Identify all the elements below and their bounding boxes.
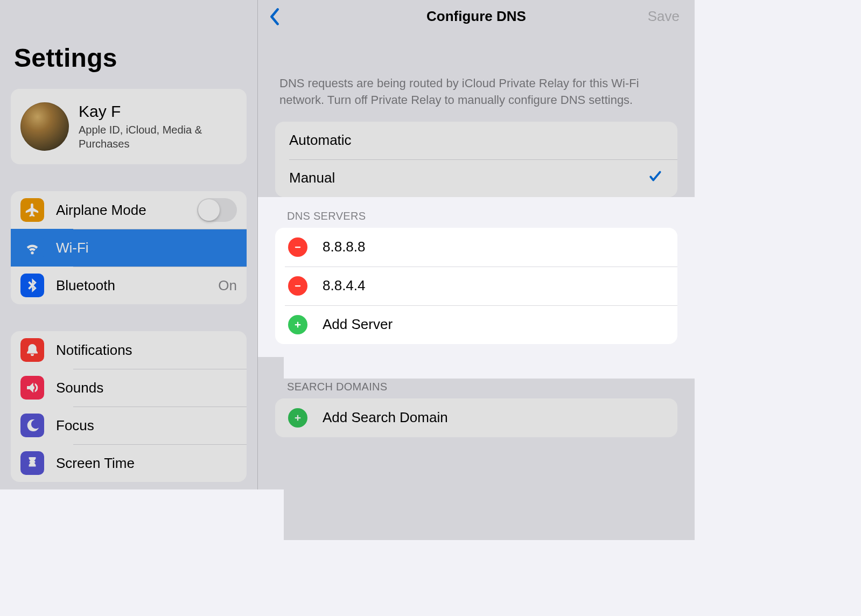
system-group: Notifications Sounds Focus Screen Time	[11, 331, 247, 482]
nav-title: Configure DNS	[426, 8, 526, 25]
bluetooth-value: On	[218, 277, 237, 294]
sounds-icon	[20, 376, 44, 400]
apple-id-subtitle: Apple ID, iCloud, Media & Purchases	[79, 123, 237, 151]
dns-mode-group: Automatic Manual	[275, 122, 677, 197]
navbar: Configure DNS Save	[258, 0, 695, 32]
dns-mode-manual[interactable]: Manual	[275, 159, 677, 197]
sounds-label: Sounds	[56, 380, 237, 396]
add-server-label: Add Server	[323, 316, 393, 333]
sounds-row[interactable]: Sounds	[11, 369, 247, 407]
plus-icon	[293, 320, 303, 330]
notifications-row[interactable]: Notifications	[11, 331, 247, 369]
detail-panel: Configure DNS Save DNS requests are bein…	[258, 0, 695, 489]
dns-mode-automatic[interactable]: Automatic	[275, 122, 677, 159]
svg-rect-0	[295, 246, 301, 247]
dns-server-row[interactable]: 8.8.4.4	[275, 267, 677, 305]
dns-servers-header: DNS SERVERS	[275, 208, 677, 228]
airplane-icon	[20, 198, 44, 222]
dns-server-value: 8.8.8.8	[323, 239, 366, 255]
remove-server-button[interactable]	[288, 237, 307, 257]
connectivity-group: Airplane Mode Wi-Fi Bluetooth On	[11, 191, 247, 304]
avatar	[20, 102, 69, 151]
minus-icon	[293, 281, 303, 291]
minus-icon	[293, 242, 303, 252]
focus-row[interactable]: Focus	[11, 407, 247, 444]
focus-icon	[20, 414, 44, 437]
dns-server-row[interactable]: 8.8.8.8	[275, 228, 677, 267]
add-search-domain-button[interactable]	[288, 408, 307, 428]
screentime-icon	[20, 451, 44, 475]
add-search-domain-label: Add Search Domain	[323, 409, 448, 426]
manual-label: Manual	[289, 170, 647, 186]
screentime-label: Screen Time	[56, 455, 237, 472]
bluetooth-label: Bluetooth	[56, 277, 206, 294]
add-server-row[interactable]: Add Server	[275, 305, 677, 344]
bluetooth-row[interactable]: Bluetooth On	[11, 267, 247, 304]
settings-title: Settings	[11, 0, 247, 89]
airplane-mode-label: Airplane Mode	[56, 202, 185, 219]
private-relay-info: DNS requests are being routed by iCloud …	[275, 32, 677, 122]
search-domains-header: SEARCH DOMAINS	[275, 357, 677, 398]
airplane-mode-row[interactable]: Airplane Mode	[11, 191, 247, 229]
search-domains-group: Add Search Domain	[275, 398, 677, 437]
notifications-icon	[20, 338, 44, 362]
wifi-row[interactable]: Wi-Fi	[11, 229, 247, 267]
add-search-domain-row[interactable]: Add Search Domain	[275, 398, 677, 437]
apple-id-row[interactable]: Kay F Apple ID, iCloud, Media & Purchase…	[11, 89, 247, 164]
dns-server-value: 8.8.4.4	[323, 277, 366, 294]
add-server-button[interactable]	[288, 315, 307, 334]
settings-sidebar: Settings Kay F Apple ID, iCloud, Media &…	[0, 0, 257, 489]
svg-rect-1	[295, 285, 301, 286]
screentime-row[interactable]: Screen Time	[11, 444, 247, 482]
checkmark-icon	[647, 168, 663, 188]
focus-label: Focus	[56, 417, 237, 434]
plus-icon	[293, 413, 303, 423]
chevron-left-icon	[269, 8, 281, 26]
save-button[interactable]: Save	[648, 8, 680, 25]
remove-server-button[interactable]	[288, 276, 307, 296]
apple-id-name: Kay F	[79, 102, 237, 121]
wifi-label: Wi-Fi	[56, 240, 237, 256]
back-button[interactable]	[269, 8, 281, 28]
wifi-icon	[20, 236, 44, 260]
bluetooth-icon	[20, 274, 44, 297]
dns-servers-section: DNS SERVERS 8.8.8.8 8.8.4.4	[258, 197, 695, 357]
notifications-label: Notifications	[56, 342, 237, 359]
airplane-mode-toggle[interactable]	[197, 198, 237, 222]
automatic-label: Automatic	[289, 132, 663, 149]
